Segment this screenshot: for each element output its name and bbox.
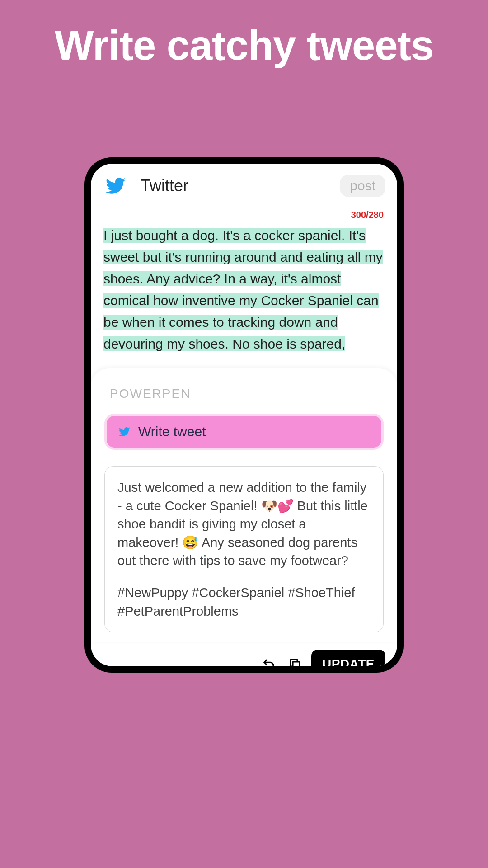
- svg-rect-0: [293, 662, 300, 666]
- char-counter: 300/280: [91, 203, 397, 222]
- app-header: Twitter post: [91, 164, 397, 203]
- powerpen-label: POWERPEN: [104, 387, 384, 401]
- compose-text-highlighted: I just bought a dog. It's a cocker spani…: [103, 228, 383, 351]
- undo-icon: [262, 657, 276, 666]
- result-hashtags: #NewPuppy #CockerSpaniel #ShoeThief #Pet…: [117, 584, 371, 620]
- update-button[interactable]: UPDATE: [311, 650, 385, 666]
- phone-frame: Twitter post 300/280 I just bought a dog…: [84, 157, 404, 673]
- write-tweet-button[interactable]: Write tweet: [104, 414, 384, 450]
- compose-textarea[interactable]: I just bought a dog. It's a cocker spani…: [91, 222, 397, 355]
- copy-icon: [288, 657, 302, 666]
- bottom-toolbar: UPDATE: [91, 642, 397, 666]
- result-body: Just welcomed a new addition to the fami…: [117, 478, 371, 570]
- post-button[interactable]: post: [340, 175, 385, 197]
- twitter-small-icon: [117, 426, 131, 438]
- twitter-logo-icon: [103, 175, 128, 196]
- promo-headline: Write catchy tweets: [0, 0, 488, 68]
- write-tweet-label: Write tweet: [138, 424, 206, 439]
- header-title: Twitter: [141, 176, 188, 195]
- copy-button[interactable]: [285, 654, 305, 666]
- header-left: Twitter: [103, 175, 188, 196]
- undo-button[interactable]: [259, 654, 279, 666]
- phone-screen: Twitter post 300/280 I just bought a dog…: [91, 164, 397, 666]
- result-card: Just welcomed a new addition to the fami…: [104, 466, 384, 632]
- powerpen-panel: POWERPEN Write tweet Just welcomed a new…: [91, 368, 397, 642]
